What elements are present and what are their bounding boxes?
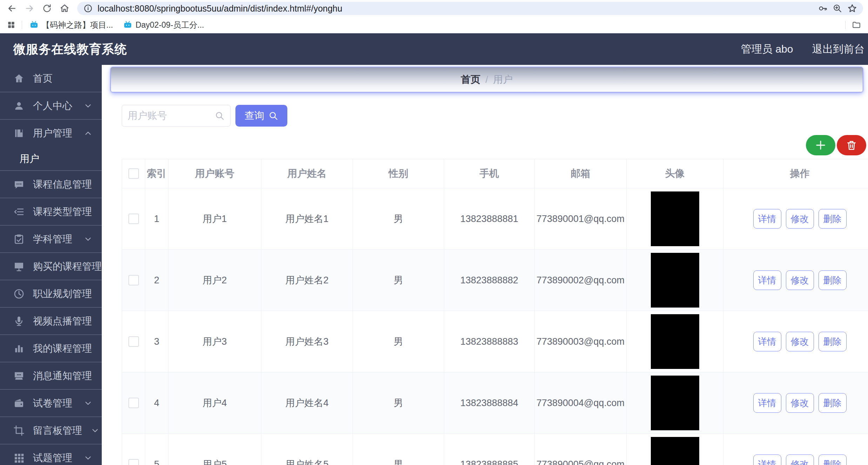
- sidebar-item-notifications[interactable]: 消息通知管理: [0, 362, 102, 390]
- delete-button[interactable]: [837, 135, 866, 155]
- message-icon: [13, 370, 25, 382]
- search-input[interactable]: [128, 110, 215, 121]
- delete-row-button[interactable]: 删除: [819, 209, 847, 229]
- table-header-row: 索引 用户账号 用户姓名 性别 手机 邮箱 头像 操作: [122, 159, 868, 188]
- delete-row-button[interactable]: 删除: [819, 454, 847, 465]
- address-bar[interactable]: localhost:8080/springbootus5uu/admin/dis…: [77, 2, 863, 15]
- user-icon: [13, 100, 25, 112]
- detail-button[interactable]: 详情: [753, 454, 781, 465]
- sidebar: 首页 个人中心 用户管理 用户 课程信息管理 课程类型管理: [0, 65, 102, 465]
- list-icon: [13, 206, 25, 217]
- bookmark-label: 【码神之路】项目...: [42, 20, 113, 31]
- row-checkbox[interactable]: [128, 459, 139, 465]
- breadcrumb-current: 用户: [493, 73, 513, 86]
- other-bookmarks-folder-icon[interactable]: [850, 19, 862, 31]
- avatar-image: [651, 253, 699, 308]
- row-checkbox[interactable]: [128, 275, 139, 285]
- edit-button[interactable]: 修改: [786, 393, 814, 413]
- col-header-account: 用户账号: [168, 159, 261, 188]
- monitor-icon: [13, 261, 25, 272]
- crud-buttons: [122, 135, 868, 155]
- trash-icon: [846, 140, 857, 151]
- browser-chrome: localhost:8080/springbootus5uu/admin/dis…: [0, 0, 868, 33]
- sidebar-item-subject[interactable]: 学科管理: [0, 225, 102, 253]
- bookmarks-bar: 【码神之路】项目... Day02-09-员工分...: [0, 17, 868, 33]
- sidebar-item-career-planning[interactable]: 职业规划管理: [0, 280, 102, 308]
- app-header: 微服务在线教育系统 管理员 abo 退出到前台 退出登录: [0, 33, 868, 65]
- site-info-icon[interactable]: [83, 3, 93, 14]
- edit-button[interactable]: 修改: [786, 209, 814, 229]
- divider: [845, 21, 846, 29]
- row-checkbox[interactable]: [128, 398, 139, 408]
- bookmark-label: Day02-09-员工分...: [135, 20, 204, 31]
- sidebar-item-exam-questions[interactable]: 试题管理: [0, 444, 102, 465]
- app-title: 微服务在线教育系统: [0, 41, 127, 58]
- breadcrumb-home[interactable]: 首页: [461, 73, 481, 86]
- col-header-avatar: 头像: [627, 159, 723, 188]
- detail-button[interactable]: 详情: [753, 270, 781, 290]
- crop-icon: [13, 425, 25, 436]
- sidebar-item-home[interactable]: 首页: [0, 65, 102, 92]
- detail-button[interactable]: 详情: [753, 332, 781, 351]
- sidebar-item-personal-center[interactable]: 个人中心: [0, 92, 102, 120]
- bookmark-item[interactable]: Day02-09-员工分...: [121, 18, 207, 32]
- avatar-image: [651, 437, 699, 465]
- delete-row-button[interactable]: 删除: [819, 393, 847, 413]
- chevron-down-icon: [84, 399, 93, 408]
- chevron-down-icon: [84, 453, 93, 463]
- sidebar-item-my-courses[interactable]: 我的课程管理: [0, 335, 102, 362]
- sidebar-item-purchased-course[interactable]: 购买的课程管理: [0, 253, 102, 280]
- sidebar-item-course-info[interactable]: 课程信息管理: [0, 171, 102, 198]
- avatar-image: [651, 314, 699, 369]
- col-header-index: 索引: [145, 159, 168, 188]
- select-all-checkbox[interactable]: [128, 168, 139, 179]
- row-checkbox[interactable]: [128, 214, 139, 224]
- sidebar-item-video-on-demand[interactable]: 视频点播管理: [0, 308, 102, 335]
- sidebar-subitem-user[interactable]: 用户: [0, 147, 102, 170]
- breadcrumb-separator: /: [486, 74, 488, 85]
- url-text[interactable]: localhost:8080/springbootus5uu/admin/dis…: [98, 4, 813, 14]
- row-checkbox[interactable]: [128, 336, 139, 347]
- divider: [22, 21, 22, 29]
- chevron-down-icon: [84, 235, 93, 244]
- edit-button[interactable]: 修改: [786, 454, 814, 465]
- browser-toolbar: localhost:8080/springbootus5uu/admin/dis…: [0, 0, 868, 17]
- forward-button[interactable]: [22, 1, 36, 15]
- grid-icon: [13, 452, 25, 464]
- detail-button[interactable]: 详情: [753, 393, 781, 413]
- breadcrumb: 首页 / 用户: [111, 67, 863, 92]
- home-button[interactable]: [58, 1, 72, 15]
- search-row: 查询: [122, 105, 868, 127]
- col-header-gender: 性别: [353, 159, 444, 188]
- detail-button[interactable]: 详情: [753, 209, 781, 229]
- wallet-icon: [13, 398, 25, 409]
- bookmark-star-icon[interactable]: [847, 3, 857, 14]
- col-header-phone: 手机: [444, 159, 535, 188]
- table-row: 4 用户4 用户姓名4 男 13823888884 773890004@qq.c…: [122, 372, 868, 434]
- main-content: 首页 / 用户 查询: [102, 65, 868, 465]
- add-button[interactable]: [806, 135, 835, 155]
- apps-grid-icon[interactable]: [6, 19, 17, 31]
- zoom-icon[interactable]: [832, 3, 843, 14]
- edit-button[interactable]: 修改: [786, 270, 814, 290]
- table-row: 2 用户2 用户姓名2 男 13823888882 773890002@qq.c…: [122, 250, 868, 311]
- sidebar-item-exam-paper[interactable]: 试卷管理: [0, 390, 102, 417]
- password-key-icon[interactable]: [817, 3, 828, 14]
- bilibili-favicon: [30, 21, 38, 29]
- sidebar-item-course-type[interactable]: 课程类型管理: [0, 198, 102, 225]
- search-input-wrapper: [122, 105, 231, 127]
- back-button[interactable]: [5, 1, 19, 15]
- sidebar-item-user-management[interactable]: 用户管理: [0, 120, 102, 147]
- microphone-icon: [13, 316, 25, 327]
- bookmark-item[interactable]: 【码神之路】项目...: [27, 18, 116, 32]
- exit-to-front-link[interactable]: 退出到前台: [812, 42, 864, 56]
- user-table: 索引 用户账号 用户姓名 性别 手机 邮箱 头像 操作 1 用户1: [122, 159, 868, 465]
- edit-button[interactable]: 修改: [786, 332, 814, 351]
- reload-button[interactable]: [40, 1, 54, 15]
- admin-user-label: 管理员 abo: [741, 42, 793, 56]
- query-button[interactable]: 查询: [235, 105, 287, 127]
- table-row: 1 用户1 用户姓名1 男 13823888881 773890001@qq.c…: [122, 188, 868, 250]
- delete-row-button[interactable]: 删除: [819, 332, 847, 351]
- sidebar-item-message-board[interactable]: 留言板管理: [0, 417, 102, 444]
- delete-row-button[interactable]: 删除: [819, 270, 847, 290]
